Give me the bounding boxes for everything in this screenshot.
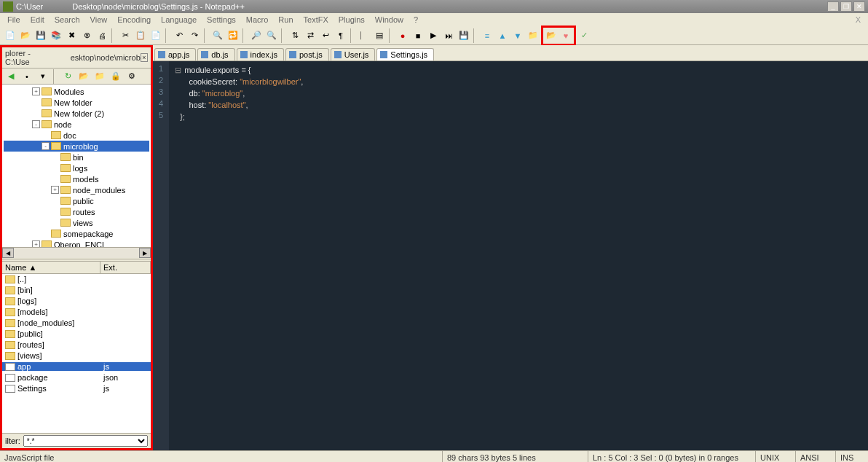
save-icon[interactable]: 💾: [33, 28, 48, 43]
scroll-left-icon[interactable]: ◀: [2, 248, 14, 258]
scroll-right-icon[interactable]: ▶: [139, 248, 151, 258]
file-list-row[interactable]: [..]: [2, 274, 151, 285]
file-list-row[interactable]: appjs: [2, 361, 151, 372]
cut-icon[interactable]: ✂: [118, 28, 133, 43]
replace-icon[interactable]: 🔁: [226, 28, 240, 43]
menu-file[interactable]: File: [3, 15, 25, 24]
editor-tab[interactable]: User.js: [331, 48, 376, 60]
file-list-row[interactable]: [public]: [2, 329, 151, 340]
file-list-row[interactable]: [bin]: [2, 285, 151, 296]
expand-icon[interactable]: +: [32, 240, 40, 247]
plugin-icon[interactable]: ✓: [577, 28, 591, 43]
zoom-in-icon[interactable]: 🔎: [249, 28, 264, 43]
ext-column-header[interactable]: Ext.: [100, 262, 151, 273]
name-column-header[interactable]: Name ▲: [2, 262, 100, 273]
file-list-row[interactable]: [node_modules]: [2, 318, 151, 329]
menu-edit[interactable]: Edit: [26, 15, 49, 24]
menu-encoding[interactable]: Encoding: [113, 15, 155, 24]
tree-item[interactable]: models: [4, 173, 149, 184]
menu-macro[interactable]: Macro: [242, 15, 273, 24]
collapse-icon[interactable]: -: [42, 142, 50, 150]
menu-search[interactable]: Search: [50, 15, 84, 24]
new-file-icon[interactable]: 📄: [3, 28, 17, 43]
folder-view-icon[interactable]: 📁: [526, 28, 540, 43]
print-icon[interactable]: 🖨: [95, 28, 109, 43]
up-icon[interactable]: ▲: [495, 28, 510, 43]
tree-item[interactable]: routes: [4, 206, 149, 217]
menu-settings[interactable]: Settings: [202, 15, 240, 24]
close-file-icon[interactable]: ✖: [64, 28, 79, 43]
menu-language[interactable]: Language: [157, 15, 201, 24]
doc-map-icon[interactable]: ▤: [372, 28, 387, 43]
expand-icon[interactable]: +: [51, 186, 59, 194]
minimize-button[interactable]: _: [827, 1, 839, 12]
tree-item[interactable]: New folder: [4, 97, 149, 108]
file-list-row[interactable]: [logs]: [2, 296, 151, 307]
sync-v-icon[interactable]: ⇅: [288, 28, 302, 43]
tree-item[interactable]: +node_modules: [4, 184, 149, 195]
wrap-icon[interactable]: ↩: [318, 28, 333, 43]
editor-tab[interactable]: Settings.js: [376, 48, 434, 60]
menu-run[interactable]: Run: [274, 15, 297, 24]
close-all-icon[interactable]: ⊗: [79, 28, 94, 43]
redo-icon[interactable]: ↷: [187, 28, 202, 43]
tree-item[interactable]: +Modules: [4, 86, 149, 97]
refresh-icon[interactable]: ↻: [60, 69, 75, 84]
zoom-out-icon[interactable]: 🔍: [264, 28, 279, 43]
open-file-icon[interactable]: 📂: [18, 28, 33, 43]
file-list-row[interactable]: [views]: [2, 351, 151, 361]
tree-item[interactable]: +Oberon_ENCL: [4, 239, 149, 247]
find-icon[interactable]: 🔍: [210, 28, 225, 43]
file-list-row[interactable]: [routes]: [2, 340, 151, 351]
save-all-icon[interactable]: 📚: [49, 28, 63, 43]
play-icon[interactable]: ▶: [426, 28, 441, 43]
all-chars-icon[interactable]: ¶: [334, 28, 348, 43]
nav-dropdown-icon[interactable]: ▾: [36, 69, 50, 84]
tree-item[interactable]: New folder (2): [4, 108, 149, 119]
editor-tab[interactable]: app.js: [154, 48, 196, 60]
tree-item[interactable]: views: [4, 217, 149, 228]
indent-guide-icon[interactable]: ⎸: [357, 28, 371, 43]
sync-h-icon[interactable]: ⇄: [303, 28, 317, 43]
save-macro-icon[interactable]: 💾: [457, 28, 471, 43]
maximize-button[interactable]: ❐: [840, 1, 852, 12]
menu-window[interactable]: Window: [371, 15, 408, 24]
func-list-icon[interactable]: ≡: [480, 28, 494, 43]
explorer-close-icon[interactable]: ×: [141, 53, 148, 62]
editor-tab[interactable]: index.js: [237, 48, 284, 60]
file-list-row[interactable]: Settingsjs: [2, 383, 151, 394]
favorite-icon[interactable]: ♥: [559, 28, 573, 43]
file-list-row[interactable]: packagejson: [2, 372, 151, 383]
new-folder-icon[interactable]: 📁: [92, 69, 107, 84]
tree-item[interactable]: bin: [4, 152, 149, 163]
filter-select[interactable]: *.*: [23, 435, 148, 447]
down-icon[interactable]: ▼: [510, 28, 525, 43]
tree-item[interactable]: public: [4, 195, 149, 206]
filter-icon[interactable]: ⚙: [125, 69, 139, 84]
folder-tree[interactable]: +ModulesNew folderNew folder (2)-nodedoc…: [2, 85, 151, 247]
copy-icon[interactable]: 📋: [133, 28, 148, 43]
fold-icon[interactable]: ⊟: [175, 66, 181, 74]
file-list-row[interactable]: [models]: [2, 307, 151, 318]
menu-view[interactable]: View: [86, 15, 112, 24]
stop-icon[interactable]: ■: [411, 28, 425, 43]
undo-icon[interactable]: ↶: [172, 28, 186, 43]
menu-[interactable]: ?: [409, 15, 422, 24]
close-button[interactable]: ✕: [853, 1, 865, 12]
tree-item[interactable]: -microblog: [4, 141, 149, 152]
editor-tab[interactable]: post.js: [285, 48, 329, 60]
file-list[interactable]: [..][bin][logs][models][node_modules][pu…: [2, 274, 151, 434]
play-multi-icon[interactable]: ⏭: [441, 28, 456, 43]
explorer-icon[interactable]: 📂: [544, 28, 559, 43]
expand-icon[interactable]: +: [32, 87, 40, 95]
code-content[interactable]: ⊟module.exports = { cookieSecret: "micor…: [169, 61, 868, 450]
nav-fwd-icon[interactable]: •: [20, 69, 34, 84]
tree-item[interactable]: logs: [4, 163, 149, 173]
collapse-icon[interactable]: -: [32, 120, 40, 128]
menubar-close-icon[interactable]: X: [851, 15, 865, 24]
menu-textfx[interactable]: TextFX: [299, 15, 333, 24]
folder-open-icon[interactable]: 📂: [76, 69, 91, 84]
editor-tab[interactable]: db.js: [197, 48, 234, 60]
nav-back-icon[interactable]: ◀: [4, 69, 18, 84]
paste-icon[interactable]: 📄: [149, 28, 163, 43]
